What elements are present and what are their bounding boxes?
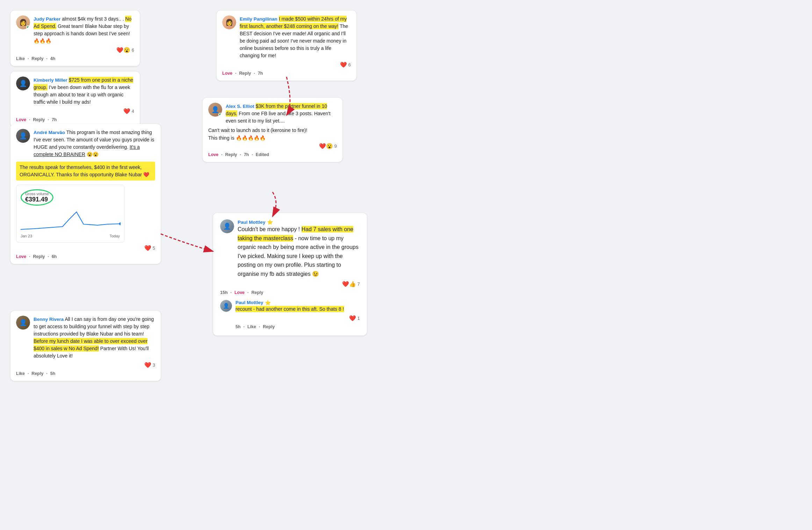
emily-reply-btn[interactable]: Reply bbox=[239, 71, 251, 76]
andre-highlight-block: The results speak for themselves, $400 i… bbox=[16, 162, 155, 181]
paul-text: Couldn't be more happy ! Had 7 sales wit… bbox=[238, 225, 360, 279]
paul2-actions: 5h · Like · Reply bbox=[235, 324, 360, 329]
benny-actions: Like · Reply · 5h bbox=[16, 371, 155, 376]
kimberly-love-btn[interactable]: Love bbox=[16, 117, 26, 122]
andre-body: André Marvão This program is the most am… bbox=[34, 129, 155, 158]
paul-love-btn[interactable]: Love bbox=[234, 290, 245, 295]
judy-reply-btn[interactable]: Reply bbox=[31, 56, 43, 61]
paul-sub-comment: 👤 Paul Mottley ⭐ recount - had another c… bbox=[220, 300, 360, 329]
paul-star-icon: ⭐ bbox=[267, 219, 273, 225]
paul2-avatar: 👤 bbox=[220, 300, 232, 312]
alex-body: Alex S. Elliot $3K from the partner funn… bbox=[226, 103, 337, 125]
emily-card: 👩 Emily Pangilinan I made $500 within 24… bbox=[217, 10, 356, 81]
judy-online-indicator bbox=[26, 25, 30, 29]
emily-avatar: 👩 bbox=[222, 15, 236, 29]
alex-line2: Can't wait to launch ads to it (kerosine… bbox=[208, 127, 337, 133]
andre-chart: Gross volume €391.49 Jan 23 Today bbox=[16, 185, 124, 243]
judy-username: Judy Parker bbox=[34, 16, 60, 22]
kimberly-reactions: ❤️ 4 bbox=[16, 108, 134, 115]
benny-body: Benny Rivera All I can say is from day o… bbox=[34, 316, 155, 360]
benny-reactions: ❤️ 3 bbox=[16, 362, 155, 368]
judy-timestamp: 4h bbox=[50, 56, 56, 61]
alex-reply-btn[interactable]: Reply bbox=[225, 152, 237, 157]
paul-emoji: ❤️👍 bbox=[342, 281, 356, 287]
paul-reactions: ❤️👍 7 bbox=[220, 281, 360, 287]
andre-chart-label: Gross volume bbox=[25, 192, 49, 196]
kimberly-header: 👤 Kimberly Miller $725 from one post in … bbox=[16, 76, 134, 106]
andre-chart-highlight: Gross volume €391.49 bbox=[21, 189, 53, 206]
paul-header: 👤 Paul Mottley ⭐ Couldn't be more happy … bbox=[220, 219, 360, 279]
paul2-text: recount - had another come in this aft. … bbox=[235, 306, 360, 313]
paul2-count: 1 bbox=[357, 316, 360, 321]
paul-reply-btn[interactable]: Reply bbox=[251, 290, 263, 295]
benny-card: 👤 Benny Rivera All I can say is from day… bbox=[10, 311, 161, 381]
benny-timestamp: 5h bbox=[50, 371, 56, 376]
andre-actions: Love · Reply · 6h bbox=[16, 254, 155, 259]
alex-avatar: 👤 bbox=[208, 103, 222, 117]
paul2-emoji: ❤️ bbox=[349, 315, 356, 322]
andre-reply-btn[interactable]: Reply bbox=[33, 254, 45, 259]
andre-username: André Marvão bbox=[34, 130, 65, 135]
benny-text: All I can say is from day one you're goi… bbox=[34, 316, 154, 359]
paul2-timestamp: 5h bbox=[235, 324, 241, 329]
benny-emoji: ❤️ bbox=[144, 362, 151, 368]
paul2-username: Paul Mottley bbox=[235, 300, 263, 305]
andre-count: 5 bbox=[153, 245, 155, 251]
andre-chart-dates: Jan 23 Today bbox=[21, 234, 120, 238]
alex-card: 👤 Alex S. Elliot $3K from the partner fu… bbox=[203, 98, 342, 162]
kimberly-timestamp: 7h bbox=[52, 117, 57, 122]
alex-username: Alex S. Elliot bbox=[226, 104, 254, 109]
judy-body: Judy Parker almost $4k my first 3 days..… bbox=[34, 15, 134, 45]
alex-love-btn[interactable]: Love bbox=[208, 152, 218, 157]
emily-header: 👩 Emily Pangilinan I made $500 within 24… bbox=[222, 15, 351, 59]
andre-header: 👤 André Marvão This program is the most … bbox=[16, 129, 155, 158]
paul-username: Paul Mottley bbox=[238, 220, 266, 225]
judy-header: 👩 Judy Parker almost $4k my first 3 days… bbox=[16, 15, 134, 45]
paul-timestamp: 15h bbox=[220, 290, 228, 295]
paul-highlight: Had 7 sales with one taking the mastercl… bbox=[238, 226, 353, 242]
benny-count: 3 bbox=[153, 362, 155, 368]
emily-actions: Love · Reply · 7h bbox=[222, 71, 351, 76]
benny-header: 👤 Benny Rivera All I can say is from day… bbox=[16, 316, 155, 360]
comments-canvas: 👩 Judy Parker almost $4k my first 3 days… bbox=[7, 7, 406, 524]
emily-timestamp: 7h bbox=[258, 71, 263, 76]
benny-reply-btn[interactable]: Reply bbox=[31, 371, 43, 376]
emily-emoji: ❤️ bbox=[340, 61, 347, 68]
judy-emoji: ❤️😮 bbox=[116, 47, 130, 53]
benny-highlight: Before my lunch date I was able to over … bbox=[34, 338, 147, 352]
emily-username: Emily Pangilinan bbox=[240, 16, 277, 22]
alex-online-indicator bbox=[218, 113, 222, 116]
paul-card: 👤 Paul Mottley ⭐ Couldn't be more happy … bbox=[213, 213, 367, 336]
andre-chart-svg bbox=[21, 208, 121, 233]
andre-love-btn[interactable]: Love bbox=[16, 254, 26, 259]
kimberly-emoji: ❤️ bbox=[123, 108, 130, 115]
emily-count: 6 bbox=[348, 62, 351, 67]
judy-actions: Like · Reply · 4h bbox=[16, 56, 134, 61]
kimberly-card: 👤 Kimberly Miller $725 from one post in … bbox=[10, 72, 140, 127]
kimberly-reply-btn[interactable]: Reply bbox=[33, 117, 45, 122]
svg-point-0 bbox=[119, 222, 121, 225]
andre-chart-amount: €391.49 bbox=[25, 196, 49, 203]
benny-avatar: 👤 bbox=[16, 316, 30, 330]
emily-love-btn[interactable]: Love bbox=[222, 71, 232, 76]
paul2-like-btn[interactable]: Like bbox=[247, 324, 256, 329]
judy-reactions: ❤️😮 6 bbox=[16, 47, 134, 53]
andre-underline: It's a complete NO BRAINER bbox=[34, 144, 140, 157]
paul2-reply-btn[interactable]: Reply bbox=[263, 324, 275, 329]
paul2-reactions: ❤️ 1 bbox=[235, 315, 360, 322]
kimberly-body: Kimberly Miller $725 from one post in a … bbox=[34, 76, 134, 106]
benny-like-btn[interactable]: Like bbox=[16, 371, 25, 376]
andre-timestamp: 6h bbox=[52, 254, 57, 259]
andre-chart-start: Jan 23 bbox=[21, 234, 32, 238]
andre-chart-end: Today bbox=[110, 234, 120, 238]
judy-count: 6 bbox=[132, 47, 134, 53]
kimberly-actions: Love · Reply · 7h bbox=[16, 117, 134, 122]
andre-emoji: ❤️ bbox=[144, 245, 151, 251]
benny-username: Benny Rivera bbox=[34, 317, 64, 322]
alex-edited: Edited bbox=[256, 152, 269, 157]
judy-like-btn[interactable]: Like bbox=[16, 56, 25, 61]
alex-timestamp: 7h bbox=[244, 152, 249, 157]
paul-body: Paul Mottley ⭐ Couldn't be more happy ! … bbox=[238, 219, 360, 279]
andre-avatar: 👤 bbox=[16, 129, 30, 143]
emily-body: Emily Pangilinan I made $500 within 24hr… bbox=[240, 15, 351, 59]
